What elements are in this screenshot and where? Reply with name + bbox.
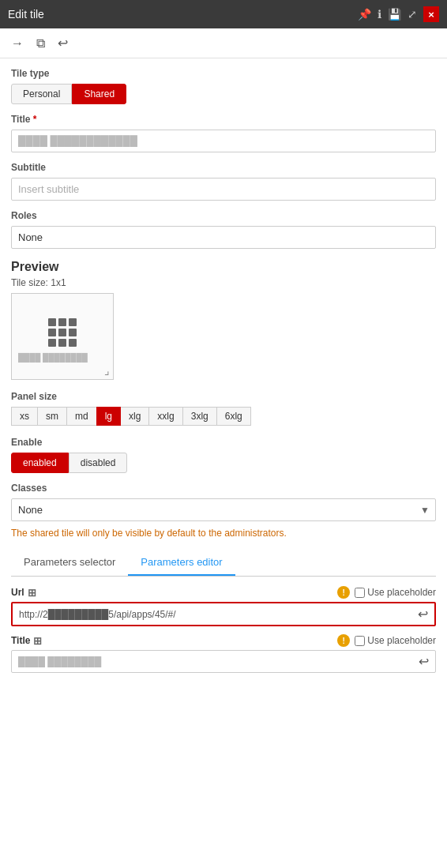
size-3xlg[interactable]: 3xlg	[182, 407, 217, 426]
size-md[interactable]: md	[66, 407, 97, 426]
title-param-row: Title ⊞ ! Use placeholder ↩	[11, 634, 436, 673]
save-icon[interactable]: 💾	[388, 8, 401, 21]
toolbar: → ⧉ ↩	[0, 28, 447, 58]
size-6xlg[interactable]: 6xlg	[216, 407, 251, 426]
grid-dot	[69, 329, 77, 336]
forward-button[interactable]: →	[8, 35, 27, 52]
title-param-input[interactable]	[18, 656, 414, 667]
url-param-label: Url ⊞	[11, 587, 36, 599]
grid-dot	[58, 318, 66, 326]
grid-dot	[58, 339, 66, 347]
url-param-row: Url ⊞ ! Use placeholder ↩	[11, 586, 436, 626]
subtitle-input[interactable]	[11, 178, 436, 201]
pin-icon[interactable]: 📌	[358, 8, 371, 21]
info-icon: !	[337, 586, 350, 599]
title-param-header: Title ⊞ ! Use placeholder	[11, 634, 436, 647]
window-title: Edit tile	[8, 8, 44, 21]
clipboard-icon[interactable]: ⊞	[28, 587, 36, 599]
url-input-wrapper: ↩	[11, 602, 436, 626]
clipboard-icon[interactable]: ⊞	[33, 635, 42, 647]
titlebar-icon-group: 📌 ℹ 💾 ⤢ ×	[358, 6, 439, 22]
size-sm[interactable]: sm	[37, 407, 67, 426]
titlebar: Edit tile 📌 ℹ 💾 ⤢ ×	[0, 0, 447, 28]
tile-type-personal[interactable]: Personal	[11, 84, 72, 104]
url-param-right: ! Use placeholder	[337, 586, 436, 599]
tab-parameters-editor[interactable]: Parameters editor	[128, 550, 235, 576]
enable-enabled[interactable]: enabled	[11, 453, 69, 473]
subtitle-label: Subtitle	[11, 162, 436, 173]
grid-dot	[48, 318, 56, 326]
panel-size-toggle: xs sm md lg xlg xxlg 3xlg 6xlg	[11, 407, 436, 426]
tile-grid-icon	[48, 318, 77, 347]
enable-disabled[interactable]: disabled	[69, 453, 128, 473]
form-content: Tile type Personal Shared Title * Subtit…	[0, 58, 447, 722]
expand-icon[interactable]: ⤢	[408, 8, 417, 21]
tile-size-label: Tile size: 1x1	[11, 277, 436, 288]
panel-size-label: Panel size	[11, 391, 436, 402]
title-arrow-button[interactable]: ↩	[419, 654, 429, 669]
title-param-right: ! Use placeholder	[337, 634, 436, 647]
title-use-placeholder-checkbox[interactable]: Use placeholder	[355, 635, 436, 646]
preview-title: Preview	[11, 260, 436, 274]
use-placeholder-checkbox[interactable]: Use placeholder	[355, 587, 436, 598]
classes-select[interactable]: None	[11, 498, 436, 521]
url-arrow-button[interactable]: ↩	[418, 607, 428, 622]
enable-label: Enable	[11, 437, 436, 448]
grid-dot	[48, 339, 56, 347]
info-icon: !	[337, 634, 350, 647]
required-indicator: *	[33, 114, 37, 125]
tile-type-shared[interactable]: Shared	[72, 84, 126, 104]
title-input-wrapper: ↩	[11, 650, 436, 673]
tile-preview-text: ████ ████████	[18, 353, 88, 362]
size-xs[interactable]: xs	[11, 407, 38, 426]
classes-select-wrapper: None ▼	[11, 498, 436, 521]
tile-preview-box: ████ ████████ ⌟	[11, 293, 114, 380]
size-xxlg[interactable]: xxlg	[148, 407, 182, 426]
url-input[interactable]	[19, 609, 413, 620]
title-param-label: Title ⊞	[11, 635, 42, 647]
grid-dot	[58, 329, 66, 336]
tab-parameters-selector[interactable]: Parameters selector	[11, 550, 128, 576]
title-label: Title *	[11, 114, 436, 125]
classes-label: Classes	[11, 483, 436, 494]
title-input[interactable]	[11, 130, 436, 152]
back-button[interactable]: ↩	[54, 34, 71, 52]
info-icon[interactable]: ℹ	[378, 8, 381, 21]
roles-label: Roles	[11, 210, 436, 221]
copy-button[interactable]: ⧉	[33, 35, 48, 52]
tile-type-toggle: Personal Shared	[11, 84, 436, 104]
size-xlg[interactable]: xlg	[120, 407, 149, 426]
grid-dot	[69, 339, 77, 347]
warning-text: The shared tile will only be visible by …	[11, 528, 436, 539]
size-lg[interactable]: lg	[96, 407, 121, 426]
tabs-row: Parameters selector Parameters editor	[11, 550, 436, 577]
url-param-header: Url ⊞ ! Use placeholder	[11, 586, 436, 599]
enable-toggle: enabled disabled	[11, 453, 436, 473]
tile-type-label: Tile type	[11, 68, 436, 79]
grid-dot	[69, 318, 77, 326]
use-placeholder-input[interactable]	[355, 588, 365, 598]
resize-handle-icon: ⌟	[104, 365, 110, 376]
roles-select[interactable]: None	[11, 226, 436, 249]
grid-dot	[48, 329, 56, 336]
title-use-placeholder-input[interactable]	[355, 636, 365, 646]
scroll-container[interactable]: Tile type Personal Shared Title * Subtit…	[0, 58, 447, 868]
bottom-spacer	[11, 681, 436, 712]
close-button[interactable]: ×	[423, 6, 439, 22]
